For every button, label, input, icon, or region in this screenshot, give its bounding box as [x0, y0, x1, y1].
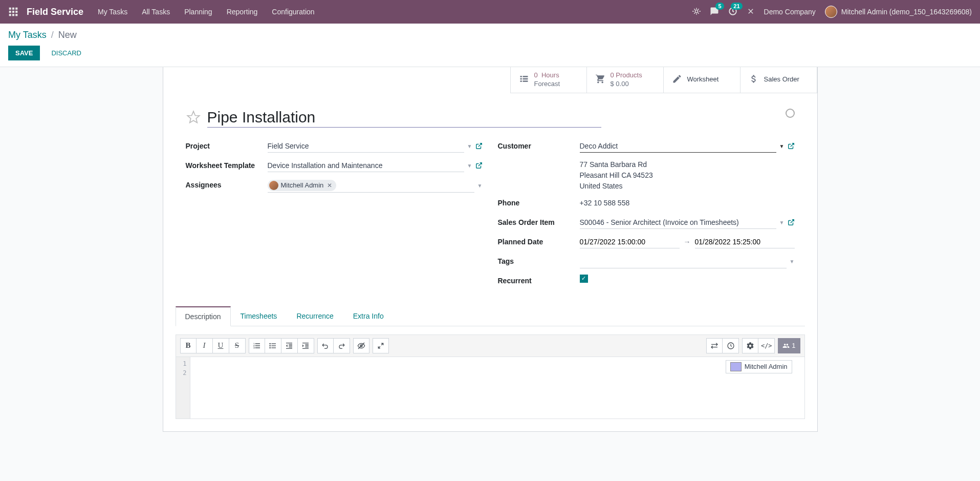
nav-menu: My Tasks All Tasks Planning Reporting Co… [98, 8, 315, 16]
label-planned-date: Planned Date [498, 236, 580, 246]
tab-extra-info[interactable]: Extra Info [343, 306, 394, 326]
outdent-button[interactable] [281, 338, 298, 353]
tab-timesheets[interactable]: Timesheets [231, 306, 287, 326]
nav-configuration[interactable]: Configuration [272, 8, 314, 16]
nav-planning[interactable]: Planning [184, 8, 212, 16]
task-title-input[interactable] [207, 108, 601, 128]
collab-color-swatch [730, 362, 742, 371]
undo-button[interactable] [317, 338, 334, 353]
underline-button[interactable]: U [213, 338, 229, 353]
notebook-tabs: Description Timesheets Recurrence Extra … [176, 306, 805, 326]
assignee-tag[interactable]: Mitchell Admin ✕ [268, 180, 337, 191]
collab-users-button[interactable]: 1 [778, 338, 800, 353]
nav-reporting[interactable]: Reporting [227, 8, 258, 16]
label-project: Project [186, 140, 268, 150]
messaging-icon[interactable]: 5 [710, 7, 719, 17]
assignee-name: Mitchell Admin [281, 181, 324, 189]
arrow-right-icon: → [684, 238, 691, 246]
chevron-down-icon[interactable]: ▼ [790, 259, 795, 264]
user-menu[interactable]: Mitchell Admin (demo_150_1643269608) [825, 6, 972, 18]
label-customer: Customer [498, 140, 580, 150]
chevron-down-icon[interactable]: ▼ [779, 143, 785, 149]
stat-hours[interactable]: 0 Hours Forecast [510, 67, 587, 93]
editor-body: 1 2 Mitchell Admin [176, 357, 804, 419]
stat-sales-order[interactable]: Sales Order [741, 67, 817, 93]
customer-address: 77 Santa Barbara Rd Pleasant Hill CA 945… [580, 159, 653, 192]
svg-rect-23 [271, 347, 276, 348]
svg-rect-16 [522, 81, 528, 82]
redo-button[interactable] [334, 338, 350, 353]
customer-field[interactable] [580, 140, 776, 153]
editor-textarea[interactable]: Mitchell Admin [190, 357, 804, 419]
activities-icon[interactable]: 21 [728, 7, 737, 17]
label-sales-order-item: Sales Order Item [498, 216, 580, 226]
worksheet-template-field[interactable] [268, 159, 464, 172]
external-link-icon[interactable] [788, 219, 795, 226]
recurrent-checkbox[interactable]: ✓ [580, 275, 588, 283]
content: 0 Hours Forecast 0 Products $ 0.00 [0, 67, 980, 432]
save-button[interactable]: SAVE [8, 46, 40, 60]
discard-button[interactable]: DISCARD [44, 46, 89, 60]
nav-my-tasks[interactable]: My Tasks [98, 8, 127, 16]
tab-description[interactable]: Description [176, 306, 231, 326]
activities-badge: 21 [731, 3, 742, 10]
debug-icon[interactable] [692, 7, 701, 17]
breadcrumb-root[interactable]: My Tasks [8, 30, 47, 40]
indent-button[interactable] [298, 338, 314, 353]
visibility-button[interactable] [353, 338, 369, 353]
stat-button-box: 0 Hours Forecast 0 Products $ 0.00 [163, 67, 817, 93]
external-link-icon[interactable] [475, 162, 483, 169]
cart-icon [595, 74, 605, 86]
external-link-icon[interactable] [788, 142, 795, 150]
nav-all-tasks[interactable]: All Tasks [142, 8, 170, 16]
svg-rect-7 [12, 14, 14, 16]
apps-icon[interactable] [8, 7, 18, 17]
svg-rect-13 [520, 78, 521, 80]
svg-rect-2 [15, 8, 17, 10]
project-field[interactable] [268, 140, 464, 153]
form-sheet: 0 Hours Forecast 0 Products $ 0.00 [163, 67, 817, 431]
planned-date-from[interactable] [580, 236, 680, 248]
breadcrumb-current: New [58, 30, 77, 40]
chevron-down-icon[interactable]: ▼ [467, 143, 472, 149]
priority-star-icon[interactable] [186, 110, 201, 125]
svg-rect-21 [271, 343, 276, 344]
svg-point-9 [695, 10, 698, 12]
label-worksheet-template: Worksheet Template [186, 159, 268, 170]
assignees-field[interactable]: Mitchell Admin ✕ [268, 179, 474, 193]
user-name: Mitchell Admin (demo_150_1643269608) [841, 8, 972, 16]
svg-rect-14 [522, 78, 528, 80]
planned-date-to[interactable] [695, 236, 795, 248]
sales-order-item-field[interactable] [580, 216, 776, 229]
kanban-state-icon[interactable] [786, 109, 795, 118]
chevron-down-icon[interactable]: ▼ [467, 163, 472, 169]
dollar-icon [749, 74, 759, 86]
external-link-icon[interactable] [475, 142, 483, 150]
label-tags: Tags [498, 255, 580, 265]
tags-field[interactable] [580, 255, 787, 268]
bold-button[interactable]: B [180, 338, 197, 353]
chevron-down-icon[interactable]: ▼ [779, 220, 785, 225]
svg-point-19 [269, 345, 271, 346]
fullscreen-button[interactable] [373, 338, 389, 353]
company-selector[interactable]: Demo Company [764, 8, 816, 16]
breadcrumb-sep: / [51, 30, 54, 40]
stat-products[interactable]: 0 Products $ 0.00 [587, 67, 664, 93]
tab-recurrence[interactable]: Recurrence [287, 306, 343, 326]
user-avatar [825, 6, 837, 18]
swap-button[interactable] [706, 338, 723, 353]
tools-icon[interactable] [747, 7, 755, 17]
stat-worksheet[interactable]: Worksheet [664, 67, 741, 93]
history-button[interactable] [723, 338, 739, 353]
app-title[interactable]: Field Service [27, 7, 83, 17]
remove-tag-icon[interactable]: ✕ [327, 182, 332, 189]
code-button[interactable]: </> [758, 338, 775, 353]
collab-user-chip[interactable]: Mitchell Admin [726, 360, 792, 373]
ul-button[interactable] [265, 338, 281, 353]
svg-rect-8 [15, 14, 17, 16]
italic-button[interactable]: I [197, 338, 213, 353]
ol-button[interactable] [249, 338, 265, 353]
chevron-down-icon[interactable]: ▼ [477, 183, 483, 189]
strike-button[interactable]: S [229, 338, 246, 353]
settings-button[interactable] [742, 338, 758, 353]
